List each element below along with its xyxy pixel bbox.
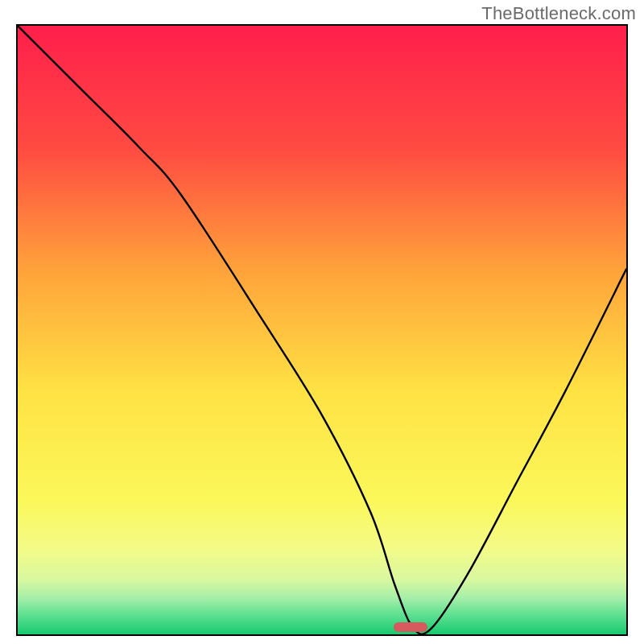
plot-frame [16, 24, 628, 636]
optimal-region-marker [394, 622, 427, 632]
background-gradient [18, 26, 626, 634]
chart-stage: TheBottleneck.com [0, 0, 644, 644]
svg-rect-0 [18, 26, 626, 634]
watermark-text: TheBottleneck.com [481, 3, 636, 24]
